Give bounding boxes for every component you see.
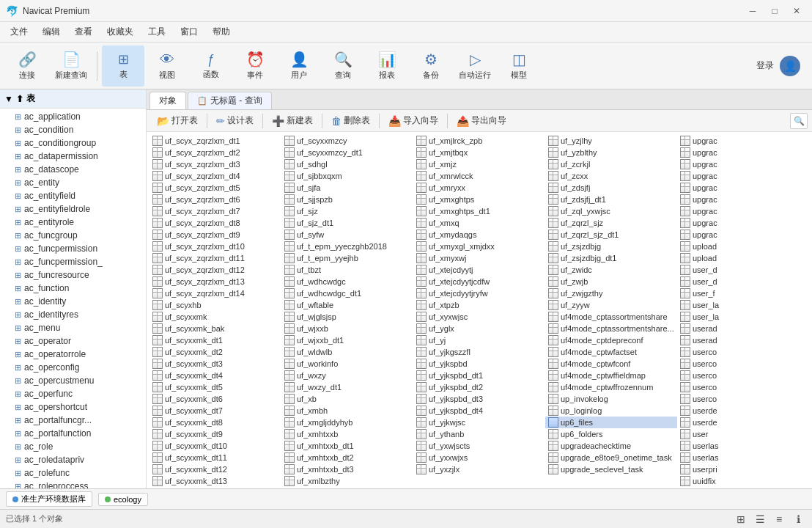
table-row[interactable]: uf_yzjlhy [545, 135, 677, 147]
sidebar-item-ac_role[interactable]: ⊞ ac_role [0, 440, 146, 453]
table-row[interactable]: uf4mode_cptwfactset [545, 346, 677, 358]
table-row[interactable]: uf_scyxxmzcy_dt1 [281, 147, 413, 158]
table-row[interactable]: uf_yj [413, 334, 545, 346]
table-row[interactable]: uf_scyxhb [150, 299, 281, 311]
table-row[interactable]: uf_xmhtxxb [281, 428, 413, 440]
sidebar-item-ac_portalfuncgroup[interactable]: ⊞ ac_portalfuncgr... [0, 414, 146, 427]
table-row[interactable]: uf_zdsjfj [545, 182, 677, 194]
sidebar-item-ac_entity[interactable]: ⊞ ac_entity [0, 176, 146, 189]
sidebar-item-ac_condition[interactable]: ⊞ ac_condition [0, 123, 146, 136]
table-row[interactable]: uf_scyx_zqrzlxm_dt10 [150, 241, 281, 252]
open-table-button[interactable]: 📂 打开表 [151, 112, 204, 129]
new-table-button[interactable]: ➕ 新建表 [266, 112, 319, 129]
table-row[interactable]: uf_yglx [413, 323, 545, 334]
tab-query[interactable]: 📋 无标题 - 查询 [188, 92, 272, 109]
table-row[interactable]: uf_scyxxmk_dt9 [150, 428, 281, 440]
toolbar-query[interactable]: 🔍 查询 [322, 45, 364, 87]
list-view-button[interactable]: ☰ [752, 512, 768, 527]
sidebar-item-ac_entityrole[interactable]: ⊞ ac_entityrole [0, 216, 146, 229]
table-row[interactable]: upgrade_seclevel_task [545, 463, 677, 475]
toolbar-table[interactable]: ⊞ 表 [102, 45, 144, 87]
table-row[interactable]: uf_scyx_zqrzlxm_dt8 [150, 217, 281, 229]
table-row[interactable]: uf_zsjzdbjg_dt1 [545, 252, 677, 264]
table-row[interactable]: uf_yjkwjsc [413, 417, 545, 428]
table-row[interactable]: uf_zqrzl_sjz [545, 217, 677, 229]
table-row[interactable]: userad [677, 334, 809, 346]
table-row[interactable]: uf_scyxxmk_dt11 [150, 452, 281, 463]
table-row[interactable]: uf_yxzjlx [413, 463, 545, 475]
sidebar-item-ac_datapermission[interactable]: ⊞ ac_datapermission [0, 150, 146, 163]
table-row[interactable]: upgrac [677, 158, 809, 170]
toolbar-event[interactable]: ⏰ 事件 [234, 45, 276, 87]
menu-window[interactable]: 窗口 [173, 23, 205, 41]
table-row[interactable]: uf_wftable [281, 299, 413, 311]
table-row[interactable]: uf_xmjlrck_zpb [413, 135, 545, 147]
sidebar-scroll-up[interactable]: ⬆ [16, 94, 23, 104]
table-row[interactable]: uf_scyx_zqrzlxm_dt3 [150, 158, 281, 170]
table-row[interactable]: uf_yjkspbd_dt1 [413, 370, 545, 381]
table-row[interactable]: user [677, 428, 809, 440]
table-row[interactable]: uf_scyx_zqrzlxm_dt14 [150, 287, 281, 299]
table-row[interactable]: uf_xmgljddyhyb [281, 417, 413, 428]
sidebar-item-ac_funcresource[interactable]: ⊞ ac_funcresource [0, 268, 146, 282]
bottom-tab-db1[interactable]: 准生产环境数据库 [6, 491, 92, 507]
table-row[interactable]: uf_tbzt [281, 264, 413, 276]
table-row-selected[interactable]: up6_files [545, 417, 677, 428]
tab-objects[interactable]: 对象 [150, 92, 186, 109]
sidebar-item-ac_entityfield[interactable]: ⊞ ac_entityfield [0, 189, 146, 202]
table-row[interactable]: uf4mode_cptassortmentshare [545, 311, 677, 323]
sidebar-item-ac_entityfieldrole[interactable]: ⊞ ac_entityfieldrole [0, 202, 146, 216]
table-row[interactable]: uf_scyx_zqrzlxm_dt13 [150, 276, 281, 287]
toolbar-function[interactable]: ƒ 函数 [190, 45, 232, 87]
table-row[interactable]: uf_t_epm_yyejhb [281, 252, 413, 264]
menu-tools[interactable]: 工具 [141, 23, 173, 41]
table-row[interactable]: uf_wdhcwdgc_dt1 [281, 287, 413, 299]
sidebar-item-ac_application[interactable]: ⊞ ac_application [0, 110, 146, 123]
table-row[interactable]: uf_yxwjscts [413, 440, 545, 452]
table-row[interactable]: uf4mode_cptassortmentshare... [545, 323, 677, 334]
table-row[interactable]: upgrac [677, 182, 809, 194]
table-row[interactable]: uf_zql_yxwjsc [545, 205, 677, 217]
table-row[interactable]: uf_xmydaqgs [413, 229, 545, 241]
sidebar-item-ac_funcgroup[interactable]: ⊞ ac_funcgroup [0, 229, 146, 242]
detail-view-button[interactable]: ≡ [771, 512, 787, 527]
table-row[interactable]: uf_xmxghtps [413, 194, 545, 205]
table-row[interactable]: userpri [677, 463, 809, 475]
table-row[interactable]: uf_zcxx [545, 170, 677, 182]
table-row[interactable]: user_d [677, 276, 809, 287]
table-row[interactable]: uf_sjbbxqxm [281, 170, 413, 182]
table-row[interactable]: upgradeachecktime [545, 440, 677, 452]
table-row[interactable]: uf_wxzy_dt1 [281, 381, 413, 393]
table-row[interactable]: uf_wxzy [281, 370, 413, 381]
table-row[interactable]: upgrac [677, 205, 809, 217]
table-row[interactable]: uf_yxxwjxs [413, 452, 545, 463]
table-row[interactable]: uf_xtejcdyytjcdfw [413, 276, 545, 287]
toolbar-user[interactable]: 👤 用户 [278, 45, 320, 87]
table-row[interactable]: uf_scyxxmk_bak [150, 323, 281, 334]
table-row[interactable]: uf_scyx_zqrzlxm_dt4 [150, 170, 281, 182]
table-row[interactable]: uf_scyx_zqrzlxm_dt1 [150, 135, 281, 147]
table-row[interactable]: uf_wldwlb [281, 346, 413, 358]
table-row[interactable]: upgrac [677, 135, 809, 147]
table-row[interactable]: uf_wjglsjsp [281, 311, 413, 323]
sidebar-item-ac_datascope[interactable]: ⊞ ac_datascope [0, 163, 146, 176]
table-row[interactable]: uf_zwjgzthy [545, 287, 677, 299]
table-row[interactable]: uf_xtejcdyytj [413, 264, 545, 276]
toolbar-connect[interactable]: 🔗 连接 [6, 45, 48, 87]
menu-help[interactable]: 帮助 [205, 23, 237, 41]
table-row[interactable]: userco [677, 381, 809, 393]
import-button[interactable]: 📥 导入向导 [383, 112, 444, 129]
table-row[interactable]: uf_scyxxmk_dt7 [150, 405, 281, 417]
table-row[interactable]: userlas [677, 452, 809, 463]
table-row[interactable]: uf_scyxxmk_dt8 [150, 417, 281, 428]
table-row[interactable]: uf_sjjspzb [281, 194, 413, 205]
table-row[interactable]: uf_scyxxmk [150, 311, 281, 323]
table-row[interactable]: uf_xmjtbqx [413, 147, 545, 158]
table-row[interactable]: uf_sjfa [281, 182, 413, 194]
sidebar-item-ac_identity[interactable]: ⊞ ac_identity [0, 295, 146, 308]
table-row[interactable]: uf_t_epm_yyeczghb2018 [281, 241, 413, 252]
table-row[interactable]: upgrac [677, 217, 809, 229]
table-row[interactable]: userco [677, 370, 809, 381]
table-row[interactable]: uf_scyx_zqrzlxm_dt12 [150, 264, 281, 276]
table-row[interactable]: uf_scyx_zqrzlxm_dt2 [150, 147, 281, 158]
